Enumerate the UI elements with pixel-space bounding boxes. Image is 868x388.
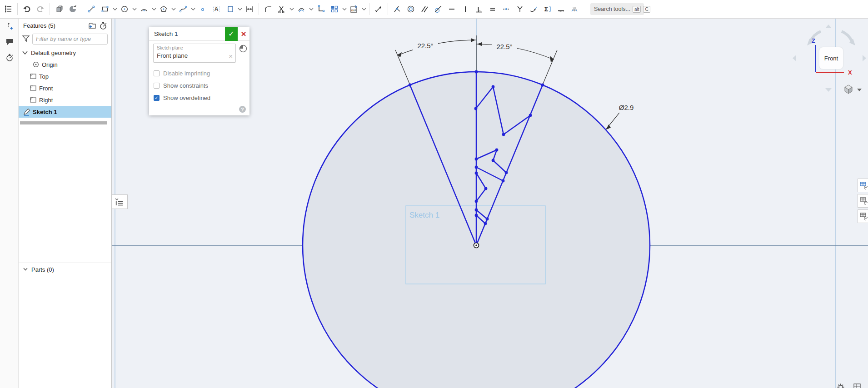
view-cube: Z X Front xyxy=(791,20,868,116)
tool-import-dxf-dropdown[interactable] xyxy=(361,1,367,17)
sketch-vertex xyxy=(475,209,478,212)
tool-curvature-button[interactable] xyxy=(527,1,540,17)
filter-input[interactable]: Filter by name or type xyxy=(32,34,108,45)
sketch-plane-field[interactable]: Sketch plane Front plane × xyxy=(153,44,236,63)
tool-polygon-dropdown[interactable] xyxy=(170,1,176,17)
tool-trim-button[interactable] xyxy=(275,1,289,17)
tool-dimension-button[interactable] xyxy=(243,1,256,17)
tool-midpoint-button[interactable] xyxy=(499,1,513,17)
left-icon-strip xyxy=(0,19,19,388)
insert-item-icon[interactable] xyxy=(0,19,19,34)
insert-folder-icon[interactable] xyxy=(87,20,98,30)
tree-horizontal-scrollbar[interactable] xyxy=(20,121,107,124)
tool-feature-tree-button[interactable] xyxy=(1,1,15,17)
suppress-clock-icon[interactable] xyxy=(239,44,248,53)
tool-spline-dropdown[interactable] xyxy=(190,1,196,17)
sidebar-item-front[interactable]: Front xyxy=(19,82,111,94)
gear-icon[interactable] xyxy=(836,383,845,388)
accept-button[interactable]: ✓ xyxy=(225,27,238,41)
tool-text-button[interactable]: A xyxy=(210,1,223,17)
features-panel: Features (5) Filter by name or type Defa… xyxy=(19,19,112,388)
tool-fillet-button[interactable] xyxy=(261,1,275,17)
filter-icon[interactable] xyxy=(21,34,30,45)
tool-undo-button[interactable] xyxy=(20,1,34,17)
tool-pattern-dropdown[interactable] xyxy=(341,1,347,17)
cancel-button[interactable]: × xyxy=(238,27,249,41)
tool-arc-dropdown[interactable] xyxy=(151,1,157,17)
tool-offset-button[interactable] xyxy=(294,1,308,17)
tool-slot-button[interactable] xyxy=(223,1,237,17)
view-options-caret xyxy=(857,89,862,91)
tool-redo-button[interactable] xyxy=(34,1,47,17)
table-cube-blue-button[interactable] xyxy=(858,179,868,192)
view-options-cube-icon xyxy=(845,85,852,94)
feature-list-flyout-button[interactable] xyxy=(112,194,128,209)
tool-offset-dropdown[interactable] xyxy=(308,1,314,17)
tool-circle-dropdown[interactable] xyxy=(131,1,137,17)
checkbox-show-overdefined[interactable]: ✓Show overdefined xyxy=(154,94,210,102)
tool-coincident-button[interactable] xyxy=(390,1,404,17)
tree-item-label: Top xyxy=(39,73,49,80)
tool-tangent-button[interactable] xyxy=(431,1,445,17)
tool-trim-dropdown[interactable] xyxy=(289,1,294,17)
help-icon[interactable]: ? xyxy=(239,106,246,113)
tool-revolve-button[interactable] xyxy=(66,1,80,17)
tool-polygon-button[interactable] xyxy=(157,1,170,17)
checkbox-unchecked-icon[interactable] xyxy=(154,70,160,76)
tool-extrude-button[interactable] xyxy=(52,1,66,17)
comment-icon[interactable] xyxy=(0,34,19,50)
tool-rectangle-dropdown[interactable] xyxy=(112,1,118,17)
tool-parallel-button[interactable] xyxy=(418,1,431,17)
tool-pattern-button[interactable] xyxy=(328,1,341,17)
tool-concentric-button[interactable] xyxy=(404,1,418,17)
sidebar-item-origin[interactable]: Origin xyxy=(19,59,111,70)
checkbox-checked-icon[interactable]: ✓ xyxy=(154,95,160,101)
rollback-clock-icon[interactable] xyxy=(98,20,109,30)
table-cube-gray-button[interactable] xyxy=(858,194,868,208)
tool-perpendicular-button[interactable] xyxy=(472,1,486,17)
svg-text:DXF: DXF xyxy=(351,9,357,12)
sidebar-item-right[interactable]: Right xyxy=(19,94,111,106)
tool-sigma-button[interactable]: Σ xyxy=(540,1,554,17)
tool-point-button[interactable] xyxy=(196,1,210,17)
sidebar-item-top[interactable]: Top xyxy=(19,70,111,82)
parts-section-header[interactable]: Parts (0) xyxy=(19,263,111,276)
parts-title: Parts (0) xyxy=(31,266,54,273)
tool-search-input[interactable]: Search tools... altC xyxy=(590,3,644,15)
checkbox-unchecked-icon[interactable] xyxy=(154,83,160,89)
history-icon[interactable] xyxy=(0,50,19,65)
tool-circle-button[interactable] xyxy=(118,1,131,17)
chevron-icon[interactable] xyxy=(20,48,30,57)
sketch-dialog-title: Sketch 1 xyxy=(149,30,225,37)
tool-normal-fan-button[interactable] xyxy=(568,1,581,17)
sketch-canvas[interactable]: Sketch 122.5°22.5°Ø2.9 Sketch 1 ✓ × Sket… xyxy=(112,19,868,388)
view-down-arrow xyxy=(825,88,832,92)
sidebar-item-sketch-1[interactable]: Sketch 1 xyxy=(19,106,111,118)
feature-tree: Default geometryOriginTopFrontRightSketc… xyxy=(19,47,111,118)
table-export-button[interactable] xyxy=(858,209,868,223)
view-right-arrow xyxy=(863,55,866,61)
toolbar-separator xyxy=(82,3,82,15)
tool-equal-button[interactable] xyxy=(486,1,499,17)
grid-doc-icon[interactable] xyxy=(853,383,862,388)
view-cube-face-front[interactable]: Front xyxy=(819,47,843,70)
tool-spline-button[interactable] xyxy=(176,1,190,17)
plane-icon xyxy=(29,84,38,93)
features-panel-header: Features (5) xyxy=(19,19,111,32)
clear-selection-icon[interactable]: × xyxy=(229,53,233,60)
tool-symmetric-button[interactable] xyxy=(513,1,527,17)
tool-measure-button[interactable] xyxy=(372,1,385,17)
sidebar-item-default-geometry[interactable]: Default geometry xyxy=(19,47,111,59)
tool-use-project-button[interactable] xyxy=(314,1,328,17)
tool-line-button[interactable] xyxy=(85,1,98,17)
tool-slot-dropdown[interactable] xyxy=(237,1,243,17)
tool-rectangle-button[interactable] xyxy=(98,1,112,17)
checkbox-show-constraints[interactable]: Show constraints xyxy=(154,81,208,90)
tool-import-dxf-button[interactable]: DXF xyxy=(347,1,361,17)
tool-fix-button[interactable] xyxy=(554,1,568,17)
toolbar-separator xyxy=(50,3,50,15)
tool-vertical-button[interactable] xyxy=(459,1,472,17)
tool-horizontal-button[interactable] xyxy=(445,1,459,17)
tool-arc-button[interactable] xyxy=(137,1,151,17)
checkbox-disable-imprinting[interactable]: Disable imprinting xyxy=(154,69,210,77)
